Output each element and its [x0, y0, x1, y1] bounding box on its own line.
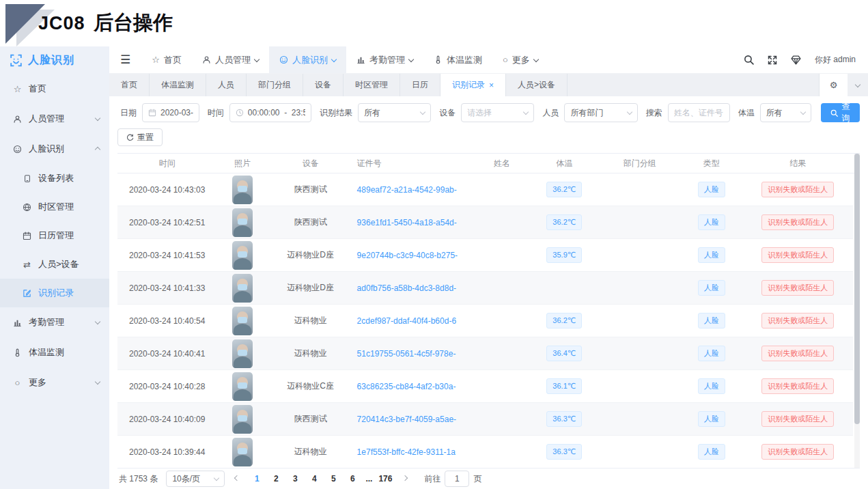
tab-label: 人员 — [218, 79, 234, 91]
page-ellipsis[interactable]: ... — [364, 474, 374, 484]
capture-photo[interactable] — [232, 339, 253, 368]
tab-home[interactable]: 首页 — [109, 74, 150, 96]
column-header-temp: 体温 — [529, 158, 599, 169]
cert-id-link[interactable]: 9e20744b-c3c9-40c8-b275- — [357, 251, 458, 260]
tab-settings-gear-icon[interactable]: ⚙ — [819, 74, 848, 96]
nav-item-personnel[interactable]: 人员管理 — [192, 46, 269, 73]
close-tab-icon[interactable]: × — [489, 81, 494, 89]
user-icon — [12, 115, 23, 124]
nav-item-face-recognition[interactable]: 人脸识别 — [269, 46, 346, 73]
tab-label: 设备 — [315, 79, 331, 91]
cert-id-link[interactable]: 51c19755-0561-4c5f-978e- — [357, 349, 456, 359]
cert-id-link[interactable]: ad0fb756-a58b-4dc3-8d8d- — [357, 283, 456, 293]
cert-id-link[interactable]: 63c86235-cb84-4af2-b30a- — [357, 382, 456, 391]
page-size-select[interactable]: 10条/页 — [166, 471, 225, 487]
tab-persons[interactable]: 人员 — [206, 74, 247, 96]
cell-time: 2020-03-24 10:43:03 — [117, 185, 216, 195]
capture-photo[interactable] — [232, 176, 253, 204]
temp-select[interactable]: 所有 — [760, 103, 811, 122]
prev-page-icon[interactable] — [229, 471, 245, 487]
nav-item-more[interactable]: ○ 更多 — [492, 46, 548, 73]
nav-item-label: 人员管理 — [215, 54, 251, 66]
page-number-last[interactable]: 176 — [378, 471, 393, 487]
chevron-down-icon — [533, 56, 539, 61]
chevron-down-icon — [800, 109, 805, 115]
sidebar-item-more[interactable]: ○ 更多 — [0, 367, 109, 397]
capture-photo[interactable] — [232, 405, 253, 434]
sidebar-subitem-calendar[interactable]: 日历管理 — [0, 221, 109, 250]
nav-item-temperature[interactable]: 体温监测 — [423, 46, 492, 73]
main-area: 首页 体温监测 人员 部门分组 设备 时区管理 日历 识别记录 × 人员>设备 … — [109, 74, 868, 489]
tab-devices[interactable]: 设备 — [303, 74, 344, 96]
page-number-1[interactable]: 1 — [249, 471, 264, 487]
next-page-icon[interactable] — [397, 471, 413, 487]
tab-timezone[interactable]: 时区管理 — [344, 74, 400, 96]
tab-calendar[interactable]: 日历 — [400, 74, 440, 96]
bar-chart-icon — [356, 55, 365, 64]
column-header-dept: 部门分组 — [599, 158, 680, 169]
cert-id-link[interactable]: 1e7f553f-bffc-42fe-9311-1a — [357, 447, 456, 457]
query-button[interactable]: 查询 — [821, 103, 860, 122]
table-row: 2020-03-24 10:42:51 陕西测试 936e1fd1-5450-4… — [117, 206, 853, 239]
table-row: 2020-03-24 10:41:53 迈科物业D座 9e20744b-c3c9… — [117, 239, 853, 272]
sidebar-subitem-timezone[interactable]: 时区管理 — [0, 193, 109, 221]
sidebar-item-personnel[interactable]: 人员管理 — [0, 104, 109, 134]
search-input[interactable] — [668, 103, 730, 122]
date-input-field[interactable] — [160, 108, 193, 117]
nav-item-home[interactable]: ☆ 首页 — [141, 46, 192, 73]
search-input-field[interactable] — [674, 108, 724, 117]
result-select[interactable]: 所有 — [358, 103, 431, 122]
tab-list-chevron-icon[interactable] — [848, 83, 868, 88]
page-number-5[interactable]: 5 — [326, 471, 341, 487]
tab-department-groups[interactable]: 部门分组 — [247, 74, 303, 96]
tab-label: 部门分组 — [258, 79, 291, 91]
cert-id-link[interactable]: 2cdef987-ddaf-40f4-b60d-6 — [357, 316, 456, 326]
capture-photo[interactable] — [232, 208, 253, 237]
type-badge: 人脸 — [698, 313, 725, 329]
cert-id-link[interactable]: 720414c3-be7f-4059-a5ae- — [357, 415, 456, 424]
circle-icon: ○ — [503, 55, 508, 65]
circle-icon: ○ — [12, 378, 23, 388]
sidebar-item-home[interactable]: ☆ 首页 — [0, 74, 109, 104]
cert-id-link[interactable]: 936e1fd1-5450-4a18-a54d- — [357, 218, 457, 227]
collapse-menu-icon[interactable]: ☰ — [109, 46, 141, 73]
cert-id-link[interactable]: 489eaf72-a21a-4542-99ab- — [357, 185, 457, 195]
tab-recognition-records[interactable]: 识别记录 × — [440, 74, 506, 96]
reset-button[interactable]: 重置 — [117, 128, 163, 146]
column-header-device: 设备 — [268, 158, 353, 169]
capture-photo[interactable] — [232, 307, 253, 335]
pagination-bar: 共 1753 条 10条/页 1 2 3 4 5 6 ... 176 — [117, 468, 860, 489]
result-badge: 识别失败或陌生人 — [761, 247, 834, 263]
sidebar-item-label: 体温监测 — [29, 346, 64, 359]
tab-temperature[interactable]: 体温监测 — [150, 74, 206, 96]
tablet-icon — [22, 174, 32, 183]
gem-icon[interactable] — [791, 55, 801, 65]
tab-person-device[interactable]: 人员>设备 — [506, 74, 568, 96]
sidebar-subitem-device-list[interactable]: 设备列表 — [0, 164, 109, 193]
scrollbar-thumb[interactable] — [854, 154, 860, 424]
sidebar-item-temperature[interactable]: 体温监测 — [0, 337, 109, 367]
page-number-2[interactable]: 2 — [268, 471, 283, 487]
sidebar-subitem-recognition-records[interactable]: 识别记录 — [0, 279, 109, 307]
page-number-3[interactable]: 3 — [288, 471, 303, 487]
date-input[interactable] — [142, 103, 199, 122]
sidebar-subitem-person-device[interactable]: ⇄ 人员>设备 — [0, 250, 109, 279]
sidebar-item-face-recognition[interactable]: 人脸识别 — [0, 134, 109, 164]
time-range-field[interactable] — [248, 108, 305, 117]
page-number-6[interactable]: 6 — [345, 471, 360, 487]
capture-photo[interactable] — [232, 372, 253, 401]
goto-page-input[interactable] — [445, 471, 469, 487]
capture-photo[interactable] — [232, 438, 253, 466]
time-range-input[interactable] — [229, 103, 311, 122]
search-icon[interactable] — [744, 55, 754, 65]
capture-photo[interactable] — [232, 241, 253, 270]
tab-label: 首页 — [121, 79, 137, 91]
capture-photo[interactable] — [232, 274, 253, 303]
user-greeting[interactable]: 你好 admin — [815, 54, 856, 66]
fullscreen-icon[interactable] — [768, 55, 777, 65]
person-select[interactable]: 所有部门 — [564, 103, 637, 122]
page-number-4[interactable]: 4 — [307, 471, 322, 487]
nav-item-attendance[interactable]: 考勤管理 — [346, 46, 423, 73]
sidebar-item-attendance[interactable]: 考勤管理 — [0, 307, 109, 337]
device-select[interactable]: 请选择 — [461, 103, 534, 122]
